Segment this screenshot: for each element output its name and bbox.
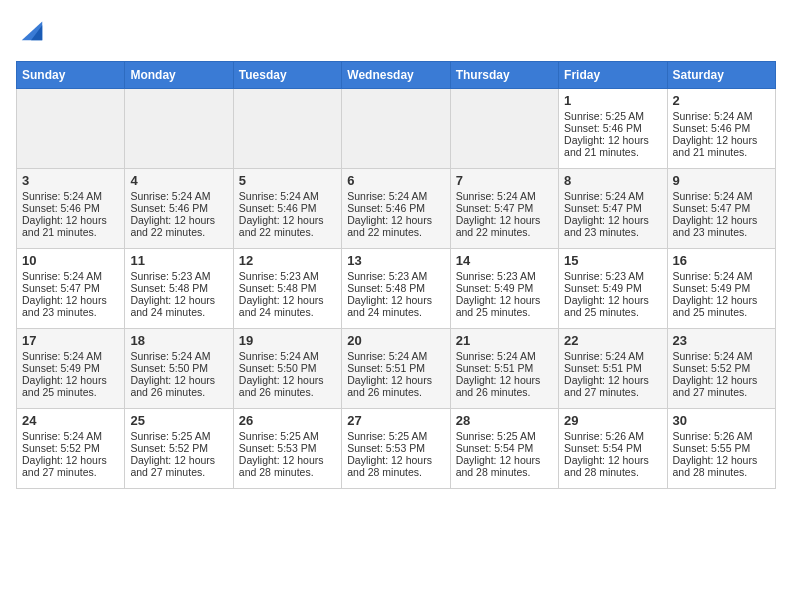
calendar-cell: 18Sunrise: 5:24 AMSunset: 5:50 PMDayligh… <box>125 329 233 409</box>
calendar-cell: 14Sunrise: 5:23 AMSunset: 5:49 PMDayligh… <box>450 249 558 329</box>
calendar-cell <box>233 89 341 169</box>
day-info: Sunset: 5:48 PM <box>239 282 336 294</box>
calendar-cell: 27Sunrise: 5:25 AMSunset: 5:53 PMDayligh… <box>342 409 450 489</box>
day-number: 25 <box>130 413 227 428</box>
day-info: Daylight: 12 hours <box>456 214 553 226</box>
day-number: 4 <box>130 173 227 188</box>
day-info: Sunset: 5:46 PM <box>130 202 227 214</box>
day-info: and 27 minutes. <box>564 386 661 398</box>
day-info: Sunset: 5:47 PM <box>22 282 119 294</box>
day-info: Sunset: 5:47 PM <box>673 202 770 214</box>
calendar-week-3: 17Sunrise: 5:24 AMSunset: 5:49 PMDayligh… <box>17 329 776 409</box>
day-info: Sunrise: 5:24 AM <box>347 350 444 362</box>
day-info: Daylight: 12 hours <box>239 294 336 306</box>
calendar-cell <box>17 89 125 169</box>
day-info: and 24 minutes. <box>347 306 444 318</box>
day-header-wednesday: Wednesday <box>342 62 450 89</box>
day-info: Daylight: 12 hours <box>564 134 661 146</box>
day-info: and 28 minutes. <box>456 466 553 478</box>
day-info: and 25 minutes. <box>564 306 661 318</box>
day-info: Sunrise: 5:23 AM <box>564 270 661 282</box>
day-info: Sunset: 5:47 PM <box>456 202 553 214</box>
day-info: Daylight: 12 hours <box>239 214 336 226</box>
day-number: 24 <box>22 413 119 428</box>
day-info: Daylight: 12 hours <box>347 294 444 306</box>
calendar-cell <box>450 89 558 169</box>
header-row: SundayMondayTuesdayWednesdayThursdayFrid… <box>17 62 776 89</box>
day-info: Sunset: 5:49 PM <box>456 282 553 294</box>
day-info: and 27 minutes. <box>22 466 119 478</box>
calendar-cell: 21Sunrise: 5:24 AMSunset: 5:51 PMDayligh… <box>450 329 558 409</box>
day-info: Sunset: 5:50 PM <box>239 362 336 374</box>
day-info: Sunrise: 5:24 AM <box>456 190 553 202</box>
day-info: Sunrise: 5:24 AM <box>22 190 119 202</box>
day-info: Sunrise: 5:25 AM <box>130 430 227 442</box>
calendar-cell: 30Sunrise: 5:26 AMSunset: 5:55 PMDayligh… <box>667 409 775 489</box>
day-number: 16 <box>673 253 770 268</box>
logo-text <box>16 16 46 49</box>
day-info: and 21 minutes. <box>673 146 770 158</box>
day-number: 22 <box>564 333 661 348</box>
day-info: and 26 minutes. <box>130 386 227 398</box>
calendar-cell: 7Sunrise: 5:24 AMSunset: 5:47 PMDaylight… <box>450 169 558 249</box>
day-info: Sunset: 5:47 PM <box>564 202 661 214</box>
day-info: Daylight: 12 hours <box>564 454 661 466</box>
day-info: and 23 minutes. <box>673 226 770 238</box>
day-number: 23 <box>673 333 770 348</box>
calendar-cell: 5Sunrise: 5:24 AMSunset: 5:46 PMDaylight… <box>233 169 341 249</box>
day-number: 5 <box>239 173 336 188</box>
calendar-cell: 4Sunrise: 5:24 AMSunset: 5:46 PMDaylight… <box>125 169 233 249</box>
day-header-friday: Friday <box>559 62 667 89</box>
page-header <box>16 16 776 49</box>
day-header-thursday: Thursday <box>450 62 558 89</box>
calendar-cell: 15Sunrise: 5:23 AMSunset: 5:49 PMDayligh… <box>559 249 667 329</box>
day-number: 15 <box>564 253 661 268</box>
day-info: Sunset: 5:53 PM <box>347 442 444 454</box>
day-info: Sunset: 5:46 PM <box>22 202 119 214</box>
day-info: Daylight: 12 hours <box>564 214 661 226</box>
day-info: Daylight: 12 hours <box>22 374 119 386</box>
day-info: Daylight: 12 hours <box>130 294 227 306</box>
day-number: 26 <box>239 413 336 428</box>
calendar-cell: 11Sunrise: 5:23 AMSunset: 5:48 PMDayligh… <box>125 249 233 329</box>
day-info: Sunrise: 5:24 AM <box>564 190 661 202</box>
day-info: Daylight: 12 hours <box>564 374 661 386</box>
day-info: Sunset: 5:51 PM <box>564 362 661 374</box>
day-info: Sunset: 5:48 PM <box>347 282 444 294</box>
day-info: Sunrise: 5:24 AM <box>22 270 119 282</box>
day-info: Daylight: 12 hours <box>22 214 119 226</box>
calendar-cell: 8Sunrise: 5:24 AMSunset: 5:47 PMDaylight… <box>559 169 667 249</box>
day-number: 28 <box>456 413 553 428</box>
calendar-cell: 3Sunrise: 5:24 AMSunset: 5:46 PMDaylight… <box>17 169 125 249</box>
day-info: and 22 minutes. <box>239 226 336 238</box>
calendar-cell: 28Sunrise: 5:25 AMSunset: 5:54 PMDayligh… <box>450 409 558 489</box>
day-info: and 27 minutes. <box>130 466 227 478</box>
day-info: Sunset: 5:54 PM <box>456 442 553 454</box>
day-number: 20 <box>347 333 444 348</box>
day-info: Sunset: 5:51 PM <box>347 362 444 374</box>
day-info: and 25 minutes. <box>673 306 770 318</box>
calendar-cell: 24Sunrise: 5:24 AMSunset: 5:52 PMDayligh… <box>17 409 125 489</box>
day-info: and 25 minutes. <box>22 386 119 398</box>
day-info: and 28 minutes. <box>564 466 661 478</box>
logo-icon <box>18 16 46 44</box>
day-info: Sunrise: 5:24 AM <box>673 350 770 362</box>
day-info: Daylight: 12 hours <box>239 374 336 386</box>
day-number: 12 <box>239 253 336 268</box>
day-info: and 28 minutes. <box>347 466 444 478</box>
day-info: Sunset: 5:50 PM <box>130 362 227 374</box>
day-info: Sunset: 5:53 PM <box>239 442 336 454</box>
calendar-cell: 9Sunrise: 5:24 AMSunset: 5:47 PMDaylight… <box>667 169 775 249</box>
day-number: 1 <box>564 93 661 108</box>
calendar-cell: 6Sunrise: 5:24 AMSunset: 5:46 PMDaylight… <box>342 169 450 249</box>
day-info: Sunrise: 5:23 AM <box>347 270 444 282</box>
day-info: Sunset: 5:52 PM <box>130 442 227 454</box>
calendar-cell <box>342 89 450 169</box>
day-info: Daylight: 12 hours <box>456 374 553 386</box>
day-number: 21 <box>456 333 553 348</box>
day-number: 3 <box>22 173 119 188</box>
day-info: Daylight: 12 hours <box>22 294 119 306</box>
day-info: and 23 minutes. <box>564 226 661 238</box>
day-info: Sunrise: 5:24 AM <box>22 350 119 362</box>
day-info: and 22 minutes. <box>130 226 227 238</box>
